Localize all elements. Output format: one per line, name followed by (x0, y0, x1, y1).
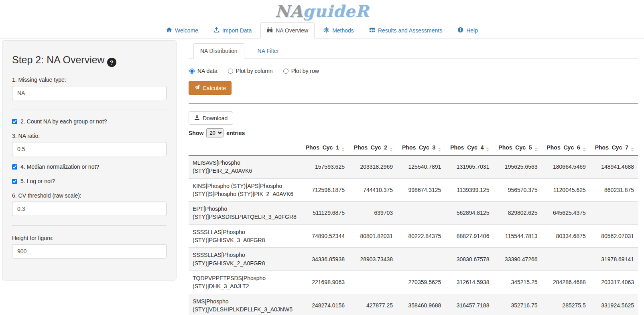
tab-na-distribution[interactable]: NA Distribution (193, 43, 244, 59)
cv-threshold-label: 6. CV threshold (raw scale): (12, 192, 167, 199)
cell: 312614.5938 (445, 271, 493, 294)
row-name-cell: SSSSLLAS[Phospho (STY)]PGHISVK_2_A0FGR8 (189, 248, 301, 271)
home-icon (166, 27, 172, 34)
cell: 956570.375 (493, 178, 541, 202)
radio-plot-by-row[interactable]: Plot by row (283, 68, 319, 74)
cell (349, 271, 397, 294)
cell: 285275.5 (542, 294, 590, 315)
nav-tab-na-overview[interactable]: NA Overview (260, 22, 315, 38)
column-header-phos-cyc-1[interactable]: Phos_Cyc_1 (301, 141, 349, 155)
column-header-phos-cyc-7[interactable]: Phos_Cyc_7 (590, 141, 638, 155)
tab-na-filter[interactable]: NA Filter (251, 43, 286, 59)
cell (590, 202, 638, 225)
logo-guider-text: guideR (303, 2, 369, 20)
radio-plot-by-column[interactable]: Plot by column (228, 68, 273, 74)
info-icon (457, 27, 463, 34)
cell: 203317.4063 (590, 271, 638, 294)
nav-tab-welcome[interactable]: Welcome (160, 22, 205, 38)
figure-height-label: Height for figure: (12, 235, 167, 241)
cell: 511129.6875 (301, 202, 349, 225)
cell: 33390.47266 (493, 248, 541, 271)
column-header-label: Phos_Cyc_1 (306, 144, 339, 151)
cv-threshold-group: 6. CV threshold (raw scale): (12, 192, 167, 216)
cell: 331924.5625 (590, 294, 638, 315)
table-row: SMS[Phospho (STY)]VDLSHIPLKDPLLFK_3_A0JN… (189, 294, 638, 315)
nav-tab-results[interactable]: Results and Assessments (363, 22, 449, 38)
table-row: SSSSLLAS[Phospho (STY)]PGHISVK_3_A0FGR8 … (189, 224, 638, 248)
cell: 30830.67578 (445, 248, 493, 271)
cell: 115544.7813 (493, 224, 541, 248)
column-header-phos-cyc-3[interactable]: Phos_Cyc_3 (397, 141, 445, 155)
cell: 998674.3125 (397, 178, 445, 202)
cell: 712596.1875 (301, 178, 349, 202)
log-checkbox-row[interactable]: 5. Log or not? (12, 178, 167, 184)
table-header-row: Phos_Cyc_1 Phos_Cyc_2 Phos_Cyc_3 Phos_Cy… (189, 141, 638, 155)
download-button[interactable]: Download (189, 111, 233, 125)
upload-icon (213, 27, 219, 34)
column-header-phos-cyc-6[interactable]: Phos_Cyc_6 (542, 141, 590, 155)
table-length-control: Show 20 entries (189, 128, 638, 137)
cell: 221698.9063 (301, 271, 349, 294)
count-na-checkbox-row[interactable]: 2. Count NA by each group or not? (12, 118, 167, 125)
table-row: KINS[Phospho (STY)]APS[Phospho (STY)]S[P… (189, 178, 638, 202)
cell: 80801.82031 (349, 224, 397, 248)
help-question-icon[interactable]: ? (107, 58, 116, 67)
radio-plot-by-row-input[interactable] (283, 69, 288, 74)
rowname-column-header (189, 141, 301, 155)
cell: 1120045.625 (542, 178, 590, 202)
binoculars-icon (267, 27, 273, 34)
missing-type-group: 1. Missing value type: (12, 77, 167, 100)
cell (397, 248, 445, 271)
cell: 1139399.125 (445, 178, 493, 202)
cell: 125540.7891 (397, 155, 445, 179)
radio-na-data[interactable]: NA data (189, 68, 217, 74)
sort-icon (534, 147, 538, 151)
cell (542, 248, 590, 271)
count-na-label: 2. Count NA by each group or not? (20, 118, 107, 125)
cell: 427877.25 (349, 294, 397, 315)
plot-type-radio-group: NA data Plot by column Plot by row (189, 68, 638, 74)
page-length-select[interactable]: 20 (206, 128, 223, 137)
cell: 248274.0156 (301, 294, 349, 315)
radio-plot-by-column-input[interactable] (228, 69, 233, 74)
sort-icon (390, 147, 393, 151)
calculate-button[interactable]: Calculate (189, 81, 232, 95)
median-norm-checkbox-row[interactable]: 4. Median normalization or not? (12, 164, 167, 170)
cell: 562894.8125 (445, 202, 493, 225)
na-ratio-input[interactable] (12, 142, 167, 156)
column-header-label: Phos_Cyc_6 (546, 144, 580, 151)
column-header-phos-cyc-5[interactable]: Phos_Cyc_5 (493, 141, 541, 155)
count-na-checkbox[interactable] (12, 119, 17, 124)
radio-label: Plot by row (291, 68, 319, 74)
radio-na-data-input[interactable] (189, 69, 195, 74)
column-header-phos-cyc-4[interactable]: Phos_Cyc_4 (445, 141, 493, 155)
cell: 131965.7031 (445, 155, 493, 179)
radio-label: NA data (197, 68, 217, 74)
median-norm-checkbox[interactable] (12, 164, 17, 170)
nav-tab-methods[interactable]: Methods (317, 22, 360, 38)
nav-tab-label: Results and Assessments (378, 27, 442, 34)
cell: 316457.7188 (445, 294, 493, 315)
column-header-label: Phos_Cyc_4 (450, 144, 484, 151)
cell: 829802.625 (493, 202, 541, 225)
nav-tab-import-data[interactable]: Import Data (207, 22, 258, 38)
cell: 31978.69141 (590, 248, 638, 271)
missing-type-input[interactable] (12, 86, 167, 100)
na-ratio-group: 3. NA ratio: (12, 133, 167, 156)
figure-height-group: Height for figure: (12, 235, 167, 258)
column-header-label: Phos_Cyc_2 (354, 144, 387, 151)
cell: 80562.07031 (590, 224, 638, 248)
nav-tab-label: Methods (332, 27, 354, 34)
row-name-cell: TQDPVPPETPSDS[Phospho (STY)]DHK_3_A0JLT2 (189, 271, 301, 294)
cell: 80222.84375 (397, 224, 445, 248)
nav-tab-help[interactable]: Help (451, 22, 484, 38)
radio-label: Plot by column (236, 68, 273, 74)
sort-icon (631, 147, 634, 151)
figure-height-input[interactable] (12, 244, 167, 258)
log-checkbox[interactable] (12, 179, 17, 184)
calculate-button-label: Calculate (203, 85, 226, 91)
cv-threshold-input[interactable] (12, 202, 167, 216)
sub-tabs: NA Distribution NA Filter (189, 43, 638, 59)
entries-label: entries (226, 130, 245, 136)
column-header-phos-cyc-2[interactable]: Phos_Cyc_2 (349, 141, 397, 155)
